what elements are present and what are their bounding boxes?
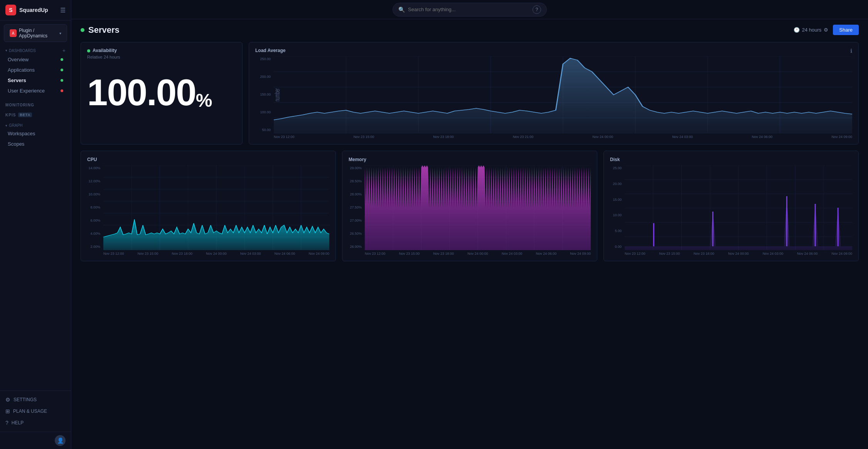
page-header: Servers 🕐 24 hours ⚙ Share xyxy=(71,19,868,39)
cpu-y-axis: 14.00% 12.00% 10.00% 8.00% 6.00% 4.00% 2… xyxy=(87,165,102,256)
dashboards-section-label: ▾ DASHBOARDS + xyxy=(0,46,71,54)
y-val-1: 250.00 xyxy=(255,57,271,61)
search-container: 🔍 ? xyxy=(79,3,860,17)
plan-usage-label: PLAN & USAGE xyxy=(13,409,47,414)
sidebar-item-user-experience[interactable]: User Experience xyxy=(2,86,69,96)
top-row: Availability Relative 24 hours 100.00 % … xyxy=(81,42,859,145)
y-val-2: 200.00 xyxy=(255,75,271,79)
page-title-area: Servers xyxy=(81,25,120,35)
memory-chart-svg xyxy=(365,165,591,250)
availability-widget: Availability Relative 24 hours 100.00 % xyxy=(81,42,243,145)
time-range-label: 24 hours xyxy=(802,27,822,33)
load-average-chart-container: 250.00 200.00 150.00 100.00 50.00 xyxy=(255,56,852,139)
disk-svg-container: Nov 23 12:00 Nov 23 15:00 Nov 23 18:00 N… xyxy=(625,165,852,256)
add-dashboard-icon[interactable]: + xyxy=(62,47,66,54)
plugin-label-area: A Plugin / AppDynamics xyxy=(10,28,59,39)
cpu-chart-container: 14.00% 12.00% 10.00% 8.00% 6.00% 4.00% 2… xyxy=(87,165,329,256)
search-input[interactable] xyxy=(408,7,529,12)
disk-title: Disk xyxy=(610,157,620,162)
sidebar-bottom: ⚙ SETTINGS ⊞ PLAN & USAGE ? HELP xyxy=(0,390,71,432)
search-box[interactable]: 🔍 ? xyxy=(393,3,547,17)
plugin-name: Plugin / AppDynamics xyxy=(19,28,59,39)
load-average-y-axis: 250.00 200.00 150.00 100.00 50.00 xyxy=(255,56,272,139)
search-help-icon[interactable]: ? xyxy=(533,5,541,14)
cpu-svg-container: Nov 23 12:00 Nov 23 15:00 Nov 23 18:00 N… xyxy=(103,165,329,256)
availability-value: 100.00 xyxy=(87,74,196,111)
help-icon: ? xyxy=(5,420,8,426)
servers-label: Servers xyxy=(8,77,26,83)
plan-usage-icon: ⊞ xyxy=(5,408,10,414)
disk-widget: Disk 25.00 20.00 15.00 10.00 5.00 0.00 xyxy=(603,151,859,261)
scopes-label: Scopes xyxy=(8,141,24,147)
servers-status-dot xyxy=(61,79,63,82)
load-x-axis: Nov 23 12:00 Nov 23 15:00 Nov 23 18:00 N… xyxy=(274,133,852,139)
load-area-fill xyxy=(274,58,852,133)
load-average-title: Load Average xyxy=(255,48,285,53)
header-actions: 🕐 24 hours ⚙ Share xyxy=(794,25,859,35)
disk-chart-container: 25.00 20.00 15.00 10.00 5.00 0.00 xyxy=(610,165,852,256)
page-title: Servers xyxy=(88,25,120,35)
svg-text:number: number xyxy=(274,88,281,101)
sidebar-header: S SquaredUp ☰ xyxy=(0,0,71,20)
chevron-down-icon: ▾ xyxy=(59,31,61,35)
load-average-chart-svg: number xyxy=(274,56,852,133)
collapse-arrow-icon: ▾ xyxy=(5,49,7,52)
availability-value-area: 100.00 % xyxy=(87,70,236,111)
user-experience-status-dot xyxy=(61,89,63,92)
help-label: HELP xyxy=(12,420,24,425)
memory-chart-container: 29.00% 28.50% 28.00% 27.50% 27.00% 26.50… xyxy=(349,165,591,256)
cpu-x-axis: Nov 23 12:00 Nov 23 15:00 Nov 23 18:00 N… xyxy=(103,250,329,256)
availability-header: Availability xyxy=(87,48,236,54)
availability-unit: % xyxy=(196,90,212,111)
applications-status-dot xyxy=(61,69,63,71)
help-item[interactable]: ? HELP xyxy=(0,417,71,429)
search-icon: 🔍 xyxy=(398,7,405,13)
settings-gear-icon: ⚙ xyxy=(824,27,828,33)
cpu-chart-svg xyxy=(103,165,329,250)
y-val-3: 150.00 xyxy=(255,92,271,96)
bottom-row: CPU 14.00% 12.00% 10.00% 8.00% 6.00% 4.0… xyxy=(81,151,859,261)
memory-title: Memory xyxy=(349,157,366,162)
sidebar-footer: 👤 xyxy=(0,432,71,449)
cpu-title: CPU xyxy=(87,157,97,162)
availability-status-dot xyxy=(87,49,90,52)
sidebar-item-applications[interactable]: Applications xyxy=(2,65,69,75)
y-val-5: 50.00 xyxy=(255,128,271,132)
y-val-4: 100.00 xyxy=(255,110,271,114)
sidebar-item-workspaces[interactable]: Workspaces xyxy=(2,129,69,138)
sidebar-item-overview[interactable]: Overview xyxy=(2,55,69,64)
monitoring-section-label: MONITORING xyxy=(0,99,71,109)
memory-widget: Memory 29.00% 28.50% 28.00% 27.50% 27.00… xyxy=(342,151,597,261)
kpis-section-label: KPIS BETA xyxy=(0,109,71,119)
hamburger-menu-icon[interactable]: ☰ xyxy=(60,7,66,14)
memory-svg-container: Nov 23 12:00 Nov 23 15:00 Nov 23 18:00 N… xyxy=(365,165,591,256)
user-experience-label: User Experience xyxy=(8,88,45,94)
graph-section-label: ▾ GRAPH xyxy=(0,122,71,128)
disk-chart-svg xyxy=(625,165,852,250)
share-button[interactable]: Share xyxy=(833,25,859,35)
sidebar-item-servers[interactable]: Servers xyxy=(2,76,69,85)
dashboards-label: DASHBOARDS xyxy=(9,49,36,53)
load-average-info-icon[interactable]: ℹ xyxy=(850,48,852,54)
user-avatar[interactable]: 👤 xyxy=(55,435,66,446)
plugin-selector[interactable]: A Plugin / AppDynamics ▾ xyxy=(4,24,67,42)
topbar: 🔍 ? xyxy=(71,0,868,19)
load-average-svg-container: number Nov 23 12:00 Nov 23 15:00 Nov 23 … xyxy=(274,56,852,139)
app-name: SquaredUp xyxy=(19,7,48,13)
dashboard-grid: Availability Relative 24 hours 100.00 % … xyxy=(71,39,868,449)
sidebar-item-scopes[interactable]: Scopes xyxy=(2,139,69,149)
page-status-dot xyxy=(81,28,84,32)
app-logo-icon: S xyxy=(5,5,16,15)
settings-item[interactable]: ⚙ SETTINGS xyxy=(0,394,71,405)
plugin-icon: A xyxy=(10,29,17,37)
settings-icon: ⚙ xyxy=(5,397,10,403)
graph-collapse-icon: ▾ xyxy=(5,124,7,128)
time-selector[interactable]: 🕐 24 hours ⚙ xyxy=(794,27,829,33)
memory-x-axis: Nov 23 12:00 Nov 23 15:00 Nov 23 18:00 N… xyxy=(365,250,591,256)
applications-label: Applications xyxy=(8,67,35,73)
sidebar: S SquaredUp ☰ A Plugin / AppDynamics ▾ ▾… xyxy=(0,0,71,449)
clock-icon: 🕐 xyxy=(794,27,800,33)
overview-label: Overview xyxy=(8,57,29,62)
load-average-widget: Load Average ℹ 250.00 200.00 150.00 100.… xyxy=(249,42,859,145)
plan-usage-item[interactable]: ⊞ PLAN & USAGE xyxy=(0,405,71,417)
